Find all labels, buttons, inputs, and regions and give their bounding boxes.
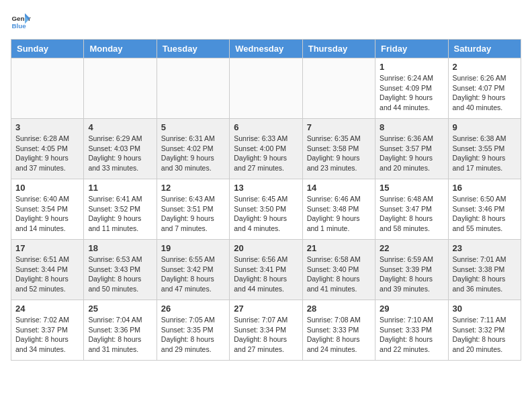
calendar-table: Sunday Monday Tuesday Wednesday Thursday… (11, 39, 521, 361)
day-number: 5 (161, 122, 225, 132)
calendar-week-row: 3Sunrise: 6:28 AM Sunset: 4:05 PM Daylig… (11, 119, 521, 179)
table-row: 3Sunrise: 6:28 AM Sunset: 4:05 PM Daylig… (11, 119, 84, 179)
day-info: Sunrise: 7:08 AM Sunset: 3:33 PM Dayligh… (307, 315, 371, 355)
table-row: 20Sunrise: 6:56 AM Sunset: 3:41 PM Dayli… (230, 240, 302, 300)
table-row (11, 58, 84, 119)
day-info: Sunrise: 6:58 AM Sunset: 3:40 PM Dayligh… (307, 255, 371, 294)
calendar-week-row: 1Sunrise: 6:24 AM Sunset: 4:09 PM Daylig… (11, 58, 521, 119)
day-number: 14 (307, 183, 371, 193)
day-number: 6 (234, 122, 298, 132)
table-row: 2Sunrise: 6:26 AM Sunset: 4:07 PM Daylig… (448, 58, 521, 119)
table-row: 4Sunrise: 6:29 AM Sunset: 4:03 PM Daylig… (84, 119, 157, 179)
day-number: 24 (15, 304, 79, 314)
day-info: Sunrise: 6:28 AM Sunset: 4:05 PM Dayligh… (15, 134, 79, 173)
calendar-week-row: 24Sunrise: 7:02 AM Sunset: 3:37 PM Dayli… (11, 300, 521, 361)
day-number: 22 (380, 243, 443, 253)
day-info: Sunrise: 6:55 AM Sunset: 3:42 PM Dayligh… (161, 255, 225, 294)
day-info: Sunrise: 6:35 AM Sunset: 3:58 PM Dayligh… (307, 134, 371, 173)
table-row: 30Sunrise: 7:11 AM Sunset: 3:32 PM Dayli… (448, 300, 521, 361)
day-info: Sunrise: 6:26 AM Sunset: 4:07 PM Dayligh… (453, 73, 517, 113)
day-info: Sunrise: 6:29 AM Sunset: 4:03 PM Dayligh… (88, 134, 152, 173)
day-info: Sunrise: 6:46 AM Sunset: 3:48 PM Dayligh… (307, 194, 371, 234)
day-info: Sunrise: 6:45 AM Sunset: 3:50 PM Dayligh… (234, 194, 298, 234)
day-info: Sunrise: 6:48 AM Sunset: 3:47 PM Dayligh… (380, 194, 443, 234)
day-info: Sunrise: 6:59 AM Sunset: 3:39 PM Dayligh… (380, 255, 443, 294)
day-number: 10 (15, 183, 79, 193)
header: General Blue (11, 11, 521, 31)
table-row: 10Sunrise: 6:40 AM Sunset: 3:54 PM Dayli… (11, 179, 84, 240)
col-wednesday: Wednesday (230, 40, 302, 58)
col-saturday: Saturday (448, 40, 521, 58)
day-info: Sunrise: 7:04 AM Sunset: 3:36 PM Dayligh… (88, 315, 152, 355)
day-number: 9 (453, 122, 517, 132)
col-monday: Monday (84, 40, 157, 58)
calendar-week-row: 10Sunrise: 6:40 AM Sunset: 3:54 PM Dayli… (11, 179, 521, 240)
day-number: 23 (453, 243, 517, 253)
day-info: Sunrise: 6:31 AM Sunset: 4:02 PM Dayligh… (161, 134, 225, 173)
calendar-page: General Blue Sunday Monday Tuesday Wedne… (0, 0, 532, 371)
day-info: Sunrise: 6:53 AM Sunset: 3:43 PM Dayligh… (88, 255, 152, 294)
table-row: 29Sunrise: 7:10 AM Sunset: 3:33 PM Dayli… (375, 300, 448, 361)
table-row: 27Sunrise: 7:07 AM Sunset: 3:34 PM Dayli… (230, 300, 302, 361)
table-row: 25Sunrise: 7:04 AM Sunset: 3:36 PM Dayli… (84, 300, 157, 361)
table-row (84, 58, 157, 119)
day-number: 13 (234, 183, 298, 193)
day-number: 20 (234, 243, 298, 253)
col-friday: Friday (375, 40, 448, 58)
day-number: 11 (88, 183, 152, 193)
table-row (302, 58, 375, 119)
table-row: 14Sunrise: 6:46 AM Sunset: 3:48 PM Dayli… (302, 179, 375, 240)
day-number: 12 (161, 183, 225, 193)
day-number: 30 (453, 304, 517, 314)
day-info: Sunrise: 6:24 AM Sunset: 4:09 PM Dayligh… (380, 73, 443, 113)
day-info: Sunrise: 6:38 AM Sunset: 3:55 PM Dayligh… (453, 134, 517, 173)
day-number: 15 (380, 183, 443, 193)
table-row: 9Sunrise: 6:38 AM Sunset: 3:55 PM Daylig… (448, 119, 521, 179)
day-info: Sunrise: 6:51 AM Sunset: 3:44 PM Dayligh… (15, 255, 79, 294)
day-info: Sunrise: 6:41 AM Sunset: 3:52 PM Dayligh… (88, 194, 152, 234)
day-info: Sunrise: 6:33 AM Sunset: 4:00 PM Dayligh… (234, 134, 298, 173)
table-row: 21Sunrise: 6:58 AM Sunset: 3:40 PM Dayli… (302, 240, 375, 300)
day-number: 4 (88, 122, 152, 132)
calendar-header-row: Sunday Monday Tuesday Wednesday Thursday… (11, 40, 521, 58)
calendar-week-row: 17Sunrise: 6:51 AM Sunset: 3:44 PM Dayli… (11, 240, 521, 300)
table-row: 7Sunrise: 6:35 AM Sunset: 3:58 PM Daylig… (302, 119, 375, 179)
day-info: Sunrise: 6:43 AM Sunset: 3:51 PM Dayligh… (161, 194, 225, 234)
day-number: 28 (307, 304, 371, 314)
day-number: 1 (380, 62, 443, 72)
table-row: 17Sunrise: 6:51 AM Sunset: 3:44 PM Dayli… (11, 240, 84, 300)
day-number: 7 (307, 122, 371, 132)
day-number: 2 (453, 62, 517, 72)
table-row: 26Sunrise: 7:05 AM Sunset: 3:35 PM Dayli… (157, 300, 229, 361)
day-number: 21 (307, 243, 371, 253)
table-row: 19Sunrise: 6:55 AM Sunset: 3:42 PM Dayli… (157, 240, 229, 300)
day-info: Sunrise: 7:07 AM Sunset: 3:34 PM Dayligh… (234, 315, 298, 355)
day-number: 27 (234, 304, 298, 314)
logo: General Blue (11, 11, 34, 31)
col-sunday: Sunday (11, 40, 84, 58)
day-number: 16 (453, 183, 517, 193)
table-row: 28Sunrise: 7:08 AM Sunset: 3:33 PM Dayli… (302, 300, 375, 361)
day-info: Sunrise: 6:50 AM Sunset: 3:46 PM Dayligh… (453, 194, 517, 234)
table-row (230, 58, 302, 119)
day-info: Sunrise: 7:11 AM Sunset: 3:32 PM Dayligh… (453, 315, 517, 355)
table-row: 16Sunrise: 6:50 AM Sunset: 3:46 PM Dayli… (448, 179, 521, 240)
day-info: Sunrise: 7:10 AM Sunset: 3:33 PM Dayligh… (380, 315, 443, 355)
day-number: 17 (15, 243, 79, 253)
day-info: Sunrise: 6:56 AM Sunset: 3:41 PM Dayligh… (234, 255, 298, 294)
table-row: 1Sunrise: 6:24 AM Sunset: 4:09 PM Daylig… (375, 58, 448, 119)
table-row: 22Sunrise: 6:59 AM Sunset: 3:39 PM Dayli… (375, 240, 448, 300)
day-info: Sunrise: 6:36 AM Sunset: 3:57 PM Dayligh… (380, 134, 443, 173)
day-number: 3 (15, 122, 79, 132)
day-info: Sunrise: 7:01 AM Sunset: 3:38 PM Dayligh… (453, 255, 517, 294)
table-row: 18Sunrise: 6:53 AM Sunset: 3:43 PM Dayli… (84, 240, 157, 300)
col-tuesday: Tuesday (157, 40, 229, 58)
day-info: Sunrise: 6:40 AM Sunset: 3:54 PM Dayligh… (15, 194, 79, 234)
table-row (157, 58, 229, 119)
table-row: 24Sunrise: 7:02 AM Sunset: 3:37 PM Dayli… (11, 300, 84, 361)
day-number: 8 (380, 122, 443, 132)
table-row: 5Sunrise: 6:31 AM Sunset: 4:02 PM Daylig… (157, 119, 229, 179)
svg-text:Blue: Blue (12, 22, 27, 30)
table-row: 23Sunrise: 7:01 AM Sunset: 3:38 PM Dayli… (448, 240, 521, 300)
day-number: 29 (380, 304, 443, 314)
